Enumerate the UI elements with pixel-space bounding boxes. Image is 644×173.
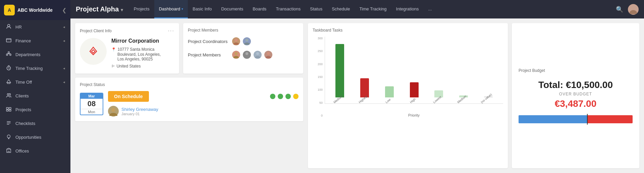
sidebar-item-projects[interactable]: Projects — [0, 103, 70, 117]
sidebar-item-projects-label: Projects — [15, 107, 65, 112]
nav-item-dashboard[interactable]: Dashboard ▾ — [154, 0, 188, 18]
client-logo — [80, 38, 107, 65]
checklists-icon — [5, 120, 12, 127]
content-area: Project Client Info ··· — [70, 18, 644, 173]
bar-2 — [385, 86, 394, 97]
status-dot-3 — [285, 94, 291, 99]
bar-group-2: Low — [377, 30, 401, 103]
sidebar-title: ABC Worldwide — [17, 7, 62, 13]
status-middle: On Schedule — [108, 91, 299, 117]
sidebar-item-time-off-label: Time Off — [15, 80, 60, 85]
budget-total: Total: €10,500.00 — [538, 80, 613, 90]
clients-icon — [5, 93, 12, 99]
budget-bar-over — [587, 115, 633, 123]
project-status-title: Project Status — [80, 82, 105, 87]
project-members-card: Project Members Project Coordinators — [183, 23, 303, 74]
member-avatar-2 — [242, 50, 252, 59]
offices-icon — [5, 148, 12, 154]
project-status-header: Project Status — [80, 82, 299, 87]
nav-item-schedule[interactable]: Schedule — [327, 0, 355, 18]
nav-item-documents[interactable]: Documents — [216, 0, 248, 18]
svg-point-7 — [7, 94, 9, 95]
svg-point-15 — [631, 6, 636, 10]
member-avatar-1 — [231, 50, 241, 59]
svg-point-22 — [267, 52, 270, 55]
sidebar-item-time-off-arrow: ◂ — [63, 80, 65, 84]
status-date-dow: Mon — [80, 109, 103, 115]
coordinator-avatar-2 — [242, 37, 252, 46]
sidebar-collapse-button[interactable]: ❮ — [62, 7, 66, 13]
status-badge: On Schedule — [108, 91, 149, 102]
user-avatar[interactable] — [628, 4, 639, 15]
client-members-row: Project Client Info ··· — [75, 23, 303, 74]
svg-point-23 — [111, 108, 115, 112]
status-person-info: Shirley Greenaway January 01 — [121, 107, 158, 116]
svg-rect-1 — [6, 39, 11, 42]
bar-1 — [360, 78, 369, 97]
budget-card: Project Budget Total: €10,500.00 OVER BU… — [512, 23, 639, 168]
client-info-menu[interactable]: ··· — [168, 28, 174, 34]
sidebar-item-time-tracking[interactable]: Time Tracking ◂ — [0, 61, 70, 75]
client-address-line3: Los Angeles, 90025 — [111, 57, 174, 61]
finance-icon — [5, 38, 12, 44]
status-dot-2 — [278, 94, 283, 99]
departments-icon — [5, 51, 12, 58]
client-info-header: Project Client Info ··· — [80, 28, 174, 34]
status-person-avatar — [108, 106, 119, 117]
svg-point-18 — [246, 39, 249, 42]
sidebar-item-departments-label: Departments — [15, 52, 65, 57]
bar-label-2: Low — [385, 98, 391, 104]
client-name: Mirror Corporation — [111, 38, 174, 44]
status-date-month: Mar — [80, 93, 103, 99]
coordinator-avatars — [231, 37, 252, 46]
nav-item-integrations[interactable]: Integrations — [391, 0, 424, 18]
sidebar-item-opportunities[interactable]: Opportunities — [0, 130, 70, 144]
nav-item-basic-info[interactable]: Basic Info — [188, 0, 216, 18]
client-country: 🏳 United States — [111, 63, 174, 69]
svg-rect-10 — [9, 107, 11, 109]
status-date: Mar 08 Mon — [80, 93, 103, 115]
nav-item-time-tracking[interactable]: Time Tracking — [355, 0, 391, 18]
location-icon: 📍 — [111, 47, 116, 51]
bar-group-5: Medium — [451, 30, 476, 103]
chart-x-title: Priority — [325, 113, 503, 117]
project-title-dropdown[interactable]: ▾ — [121, 7, 123, 12]
sidebar-item-hr[interactable]: HR ◂ — [0, 20, 70, 34]
nav-item-status[interactable]: Status — [305, 0, 327, 18]
sidebar-item-finance[interactable]: Finance ◂ — [0, 34, 70, 48]
project-status-card: Project Status Mar 08 Mon On Schedule — [75, 78, 303, 121]
sidebar-header: A ABC Worldwide ❮ — [0, 0, 70, 20]
sidebar-item-clients[interactable]: Clients — [0, 89, 70, 103]
status-dot-1 — [270, 94, 275, 99]
nav-item-projects[interactable]: Projects — [129, 0, 154, 18]
budget-over-label: OVER BUDGET — [559, 92, 592, 96]
sidebar-item-departments[interactable]: Departments — [0, 48, 70, 61]
nav-item-more[interactable]: ... — [423, 0, 436, 18]
status-body: Mar 08 Mon On Schedule — [80, 91, 299, 117]
sidebar-logo: A — [4, 5, 15, 15]
hr-icon — [5, 24, 12, 30]
sidebar-item-checklists[interactable]: Checklists — [0, 117, 70, 130]
dashboard-dropdown-arrow: ▾ — [181, 7, 183, 11]
sidebar-item-time-off[interactable]: Time Off ◂ — [0, 75, 70, 89]
members-row: Project Members — [188, 50, 299, 59]
search-icon[interactable]: 🔍 — [616, 6, 623, 13]
svg-rect-11 — [6, 110, 8, 111]
nav-item-transactions[interactable]: Transactions — [271, 0, 305, 18]
status-person-date: January 01 — [121, 112, 158, 116]
budget-over-amount: €3,487.00 — [555, 98, 597, 109]
client-address-line1: 📍 10777 Santa Monica — [111, 46, 174, 52]
svg-point-0 — [8, 25, 10, 27]
member-avatar-4 — [264, 50, 273, 59]
svg-point-17 — [235, 39, 238, 42]
svg-rect-12 — [9, 110, 11, 111]
nav-item-boards[interactable]: Boards — [248, 0, 271, 18]
status-date-day: 08 — [80, 99, 103, 109]
sidebar-item-offices-label: Offices — [15, 148, 65, 154]
sidebar-item-offices[interactable]: Offices — [0, 144, 70, 158]
svg-rect-3 — [6, 54, 8, 55]
svg-rect-9 — [6, 107, 8, 109]
members-label: Project Members — [188, 52, 228, 57]
client-info-title: Project Client Info — [80, 29, 112, 33]
budget-bar-used — [519, 115, 587, 123]
